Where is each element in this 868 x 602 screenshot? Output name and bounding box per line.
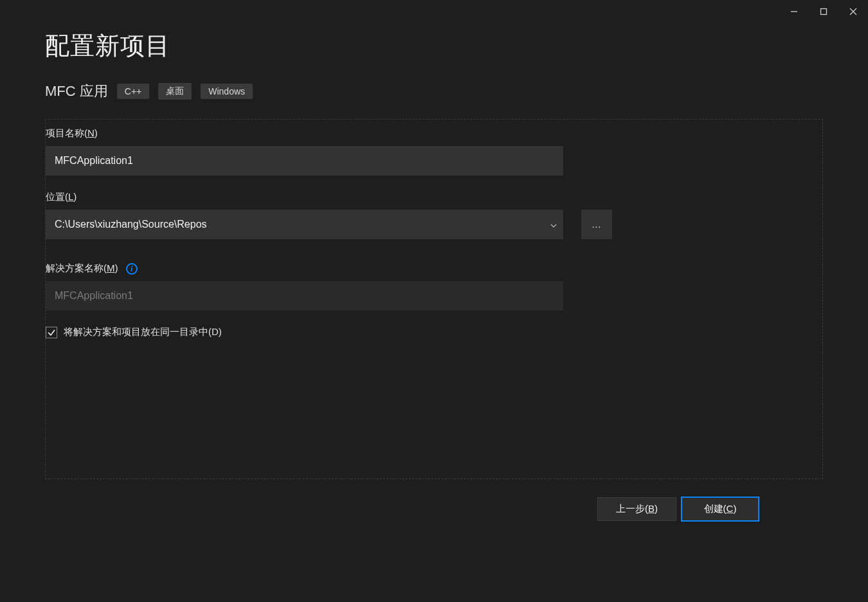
subtitle-row: MFC 应用 C++ 桌面 Windows: [45, 82, 823, 101]
project-name-group: 项目名称(N): [46, 127, 822, 176]
location-label: 位置(L): [46, 191, 77, 203]
location-group: 位置(L) ...: [46, 191, 822, 239]
project-name-input[interactable]: [46, 146, 563, 176]
close-icon: [849, 8, 857, 15]
dialog-content: 配置新项目 MFC 应用 C++ 桌面 Windows 项目名称(N) 位置(L…: [0, 23, 868, 521]
same-dir-label: 将解决方案和项目放在同一目录中(D): [64, 326, 222, 338]
tag-language: C++: [117, 84, 149, 99]
back-button[interactable]: 上一步(B): [597, 497, 676, 521]
same-dir-checkbox[interactable]: [46, 327, 57, 338]
project-name-label: 项目名称(N): [46, 127, 98, 140]
location-combo[interactable]: [46, 210, 563, 239]
maximize-icon: [820, 8, 827, 15]
page-title: 配置新项目: [45, 30, 823, 62]
minimize-icon: [790, 8, 798, 15]
titlebar: [0, 0, 868, 23]
svg-rect-0: [821, 9, 827, 15]
check-icon: [47, 328, 56, 337]
create-button[interactable]: 创建(C): [682, 497, 759, 521]
same-dir-row: 将解决方案和项目放在同一目录中(D): [46, 326, 822, 338]
location-row: ...: [46, 210, 822, 239]
solution-name-group: 解决方案名称(M) i: [46, 262, 822, 311]
minimize-button[interactable]: [779, 0, 809, 23]
location-input[interactable]: [46, 210, 563, 239]
button-row: 上一步(B) 创建(C): [45, 479, 823, 521]
solution-name-input: [46, 281, 563, 311]
project-type-label: MFC 应用: [45, 82, 108, 101]
close-button[interactable]: [838, 0, 868, 23]
tag-platform-desktop: 桌面: [158, 83, 192, 100]
info-icon[interactable]: i: [126, 263, 138, 275]
maximize-button[interactable]: [809, 0, 838, 23]
form-area: 项目名称(N) 位置(L) ... 解决方案名称(M) i: [45, 119, 823, 479]
solution-name-label: 解决方案名称(M) i: [46, 262, 138, 275]
tag-platform-windows: Windows: [201, 84, 253, 99]
browse-button[interactable]: ...: [581, 210, 612, 239]
